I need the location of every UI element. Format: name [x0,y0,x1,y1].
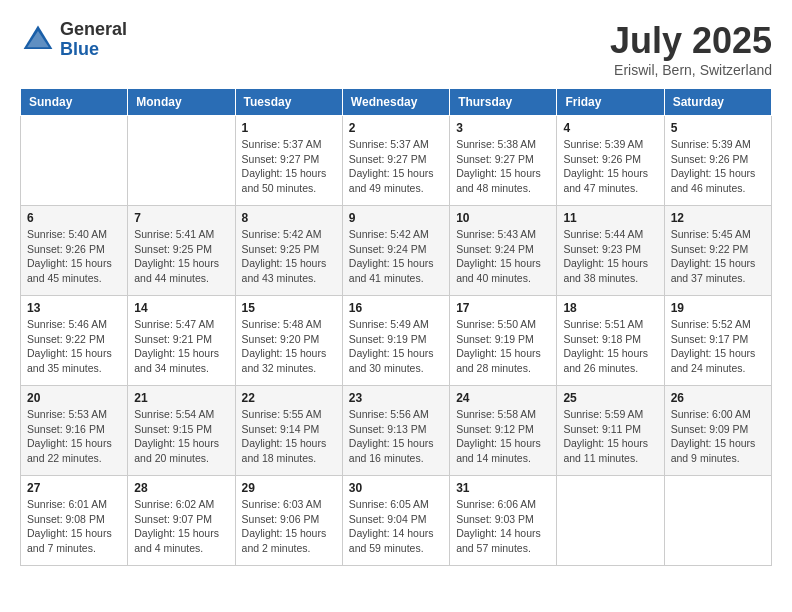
day-detail: Sunrise: 6:05 AM Sunset: 9:04 PM Dayligh… [349,497,443,556]
day-detail: Sunrise: 5:41 AM Sunset: 9:25 PM Dayligh… [134,227,228,286]
header-friday: Friday [557,89,664,116]
day-detail: Sunrise: 5:54 AM Sunset: 9:15 PM Dayligh… [134,407,228,466]
calendar-cell: 23Sunrise: 5:56 AM Sunset: 9:13 PM Dayli… [342,386,449,476]
day-detail: Sunrise: 5:55 AM Sunset: 9:14 PM Dayligh… [242,407,336,466]
calendar-cell: 12Sunrise: 5:45 AM Sunset: 9:22 PM Dayli… [664,206,771,296]
calendar-week-5: 27Sunrise: 6:01 AM Sunset: 9:08 PM Dayli… [21,476,772,566]
day-detail: Sunrise: 5:48 AM Sunset: 9:20 PM Dayligh… [242,317,336,376]
calendar-cell: 8Sunrise: 5:42 AM Sunset: 9:25 PM Daylig… [235,206,342,296]
calendar-cell: 28Sunrise: 6:02 AM Sunset: 9:07 PM Dayli… [128,476,235,566]
location: Eriswil, Bern, Switzerland [610,62,772,78]
day-detail: Sunrise: 6:06 AM Sunset: 9:03 PM Dayligh… [456,497,550,556]
day-number: 6 [27,211,121,225]
day-number: 26 [671,391,765,405]
calendar-cell: 11Sunrise: 5:44 AM Sunset: 9:23 PM Dayli… [557,206,664,296]
calendar-cell: 24Sunrise: 5:58 AM Sunset: 9:12 PM Dayli… [450,386,557,476]
day-detail: Sunrise: 5:37 AM Sunset: 9:27 PM Dayligh… [349,137,443,196]
day-number: 16 [349,301,443,315]
calendar-cell [664,476,771,566]
day-number: 12 [671,211,765,225]
day-detail: Sunrise: 5:56 AM Sunset: 9:13 PM Dayligh… [349,407,443,466]
day-number: 18 [563,301,657,315]
header-monday: Monday [128,89,235,116]
calendar-cell: 17Sunrise: 5:50 AM Sunset: 9:19 PM Dayli… [450,296,557,386]
day-number: 4 [563,121,657,135]
calendar-cell: 16Sunrise: 5:49 AM Sunset: 9:19 PM Dayli… [342,296,449,386]
day-detail: Sunrise: 5:42 AM Sunset: 9:25 PM Dayligh… [242,227,336,286]
day-number: 20 [27,391,121,405]
day-detail: Sunrise: 5:59 AM Sunset: 9:11 PM Dayligh… [563,407,657,466]
day-number: 17 [456,301,550,315]
calendar-cell: 15Sunrise: 5:48 AM Sunset: 9:20 PM Dayli… [235,296,342,386]
calendar-cell: 9Sunrise: 5:42 AM Sunset: 9:24 PM Daylig… [342,206,449,296]
day-number: 8 [242,211,336,225]
logo: General Blue [20,20,127,60]
day-number: 13 [27,301,121,315]
day-detail: Sunrise: 5:39 AM Sunset: 9:26 PM Dayligh… [671,137,765,196]
calendar-cell: 5Sunrise: 5:39 AM Sunset: 9:26 PM Daylig… [664,116,771,206]
day-detail: Sunrise: 5:37 AM Sunset: 9:27 PM Dayligh… [242,137,336,196]
day-detail: Sunrise: 5:44 AM Sunset: 9:23 PM Dayligh… [563,227,657,286]
calendar-cell: 25Sunrise: 5:59 AM Sunset: 9:11 PM Dayli… [557,386,664,476]
day-number: 14 [134,301,228,315]
calendar-cell [128,116,235,206]
calendar-week-4: 20Sunrise: 5:53 AM Sunset: 9:16 PM Dayli… [21,386,772,476]
calendar-table: Sunday Monday Tuesday Wednesday Thursday… [20,88,772,566]
logo-general: General [60,20,127,40]
day-number: 7 [134,211,228,225]
day-detail: Sunrise: 5:42 AM Sunset: 9:24 PM Dayligh… [349,227,443,286]
day-detail: Sunrise: 5:49 AM Sunset: 9:19 PM Dayligh… [349,317,443,376]
logo-blue: Blue [60,40,127,60]
day-number: 28 [134,481,228,495]
day-number: 19 [671,301,765,315]
day-detail: Sunrise: 5:51 AM Sunset: 9:18 PM Dayligh… [563,317,657,376]
month-title: July 2025 [610,20,772,62]
calendar-cell: 6Sunrise: 5:40 AM Sunset: 9:26 PM Daylig… [21,206,128,296]
logo-icon [20,22,56,58]
calendar-cell [21,116,128,206]
day-detail: Sunrise: 5:50 AM Sunset: 9:19 PM Dayligh… [456,317,550,376]
day-number: 27 [27,481,121,495]
calendar-cell: 13Sunrise: 5:46 AM Sunset: 9:22 PM Dayli… [21,296,128,386]
calendar-header: Sunday Monday Tuesday Wednesday Thursday… [21,89,772,116]
day-number: 29 [242,481,336,495]
calendar-cell: 30Sunrise: 6:05 AM Sunset: 9:04 PM Dayli… [342,476,449,566]
day-number: 21 [134,391,228,405]
calendar-cell [557,476,664,566]
day-number: 10 [456,211,550,225]
calendar-cell: 26Sunrise: 6:00 AM Sunset: 9:09 PM Dayli… [664,386,771,476]
day-detail: Sunrise: 5:45 AM Sunset: 9:22 PM Dayligh… [671,227,765,286]
calendar-cell: 14Sunrise: 5:47 AM Sunset: 9:21 PM Dayli… [128,296,235,386]
day-number: 11 [563,211,657,225]
calendar-week-3: 13Sunrise: 5:46 AM Sunset: 9:22 PM Dayli… [21,296,772,386]
logo-text: General Blue [60,20,127,60]
day-number: 3 [456,121,550,135]
calendar-cell: 27Sunrise: 6:01 AM Sunset: 9:08 PM Dayli… [21,476,128,566]
calendar-cell: 29Sunrise: 6:03 AM Sunset: 9:06 PM Dayli… [235,476,342,566]
calendar-cell: 3Sunrise: 5:38 AM Sunset: 9:27 PM Daylig… [450,116,557,206]
calendar-cell: 18Sunrise: 5:51 AM Sunset: 9:18 PM Dayli… [557,296,664,386]
calendar-cell: 4Sunrise: 5:39 AM Sunset: 9:26 PM Daylig… [557,116,664,206]
calendar-week-1: 1Sunrise: 5:37 AM Sunset: 9:27 PM Daylig… [21,116,772,206]
title-block: July 2025 Eriswil, Bern, Switzerland [610,20,772,78]
page-header: General Blue July 2025 Eriswil, Bern, Sw… [20,20,772,78]
day-detail: Sunrise: 5:38 AM Sunset: 9:27 PM Dayligh… [456,137,550,196]
calendar-cell: 1Sunrise: 5:37 AM Sunset: 9:27 PM Daylig… [235,116,342,206]
day-detail: Sunrise: 5:52 AM Sunset: 9:17 PM Dayligh… [671,317,765,376]
day-detail: Sunrise: 5:53 AM Sunset: 9:16 PM Dayligh… [27,407,121,466]
day-detail: Sunrise: 6:00 AM Sunset: 9:09 PM Dayligh… [671,407,765,466]
day-detail: Sunrise: 5:58 AM Sunset: 9:12 PM Dayligh… [456,407,550,466]
day-number: 2 [349,121,443,135]
calendar-cell: 10Sunrise: 5:43 AM Sunset: 9:24 PM Dayli… [450,206,557,296]
day-detail: Sunrise: 5:43 AM Sunset: 9:24 PM Dayligh… [456,227,550,286]
day-number: 22 [242,391,336,405]
calendar-cell: 21Sunrise: 5:54 AM Sunset: 9:15 PM Dayli… [128,386,235,476]
header-wednesday: Wednesday [342,89,449,116]
day-detail: Sunrise: 6:01 AM Sunset: 9:08 PM Dayligh… [27,497,121,556]
day-number: 31 [456,481,550,495]
day-number: 30 [349,481,443,495]
calendar-week-2: 6Sunrise: 5:40 AM Sunset: 9:26 PM Daylig… [21,206,772,296]
day-number: 9 [349,211,443,225]
day-number: 24 [456,391,550,405]
header-thursday: Thursday [450,89,557,116]
